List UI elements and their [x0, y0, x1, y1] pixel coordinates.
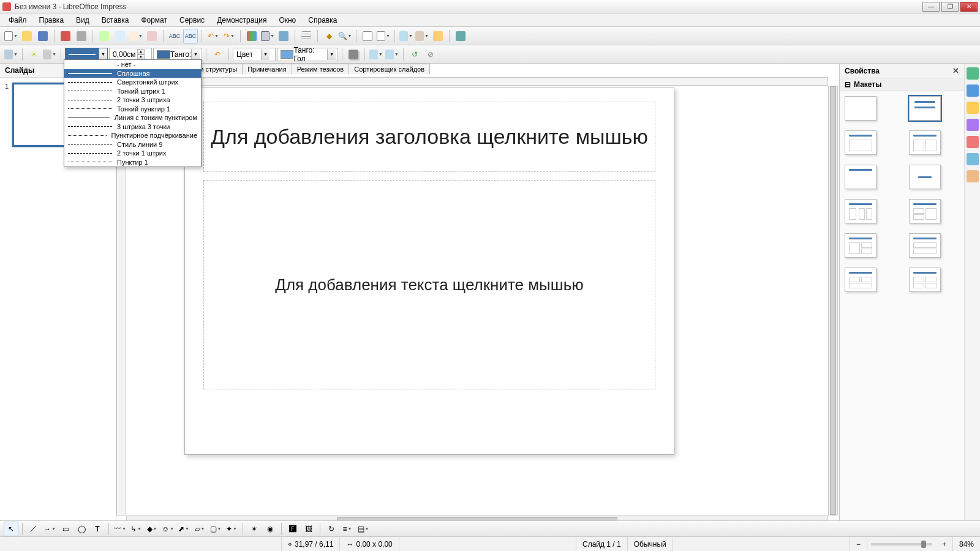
points-button[interactable]: ↺	[407, 47, 422, 62]
slide-canvas[interactable]: Для добавления заголовка щелкните мышью …	[126, 86, 828, 515]
paste-button[interactable]: ▼	[129, 29, 143, 43]
align-tool[interactable]: ≡▼	[340, 522, 355, 536]
zoom-slider[interactable]	[871, 543, 932, 545]
collapse-icon[interactable]: ⊟	[845, 80, 851, 89]
export-pdf-button[interactable]	[58, 29, 73, 43]
rectangle-tool[interactable]: ▭	[58, 522, 73, 536]
undo-button[interactable]: ↶▼	[206, 29, 221, 43]
drop-shadow-button[interactable]: ☀	[26, 47, 41, 62]
fill-color-combo[interactable]: Танго: Гол ▼	[277, 48, 338, 61]
menu-edit[interactable]: Правка	[34, 15, 69, 26]
line-style-option[interactable]: 2 точки 3 штриха	[64, 96, 201, 105]
glue-points-tool[interactable]: ◉	[263, 522, 277, 536]
line-style-option[interactable]: 2 точки 1 штрих	[64, 149, 201, 158]
line-style-option[interactable]: Тонкий штрих 1	[64, 87, 201, 96]
line-style-option[interactable]: 3 штриха 3 точки	[64, 122, 201, 132]
menu-tools[interactable]: Сервис	[175, 15, 209, 26]
block-arrows-tool[interactable]: ⬈▼	[176, 522, 191, 536]
redo-button[interactable]: ↷▼	[222, 29, 236, 43]
menu-insert[interactable]: Вставка	[97, 15, 134, 26]
spellcheck-button[interactable]: ABC	[167, 29, 182, 43]
line-style-option[interactable]: - нет -	[64, 60, 201, 69]
start-slideshow-button[interactable]	[453, 29, 468, 43]
close-icon[interactable]: ✕	[952, 66, 959, 75]
layout-option[interactable]	[845, 233, 876, 258]
points-edit-tool[interactable]: ✶	[247, 522, 262, 536]
layout-option[interactable]	[845, 268, 876, 292]
menu-file[interactable]: Файл	[4, 15, 32, 26]
chevron-down-icon[interactable]: ▼	[99, 48, 107, 61]
hyperlink-button[interactable]	[276, 29, 291, 43]
content-placeholder[interactable]: Для добавления текста щелкните мышью	[203, 180, 655, 389]
rotate-tool[interactable]: ↻	[324, 522, 339, 536]
layouts-section-header[interactable]: ⊟ Макеты	[840, 78, 964, 91]
line-style-option[interactable]: Линия с тонким пунктиром	[64, 113, 201, 122]
menu-format[interactable]: Формат	[136, 15, 172, 26]
fill-undo-icon[interactable]: ↶	[210, 47, 225, 62]
close-button[interactable]: ✕	[960, 2, 978, 12]
line-style-option[interactable]: Сплошная	[64, 69, 201, 78]
new-button[interactable]: ▼	[4, 29, 18, 43]
format-paintbrush-button[interactable]	[145, 29, 159, 43]
crop-button[interactable]: ▼	[42, 47, 57, 62]
open-button[interactable]	[20, 29, 34, 43]
view-tab[interactable]: Сортировщик слайдов	[349, 64, 430, 74]
line-style-option[interactable]: Сверхтонкий штрих	[64, 78, 201, 87]
vertical-scrollbar[interactable]	[828, 86, 838, 515]
view-tab[interactable]: Примечания	[242, 64, 292, 74]
table-button[interactable]: ▼	[260, 29, 275, 43]
menu-window[interactable]: Окно	[274, 15, 301, 26]
flowchart-tool[interactable]: ▱▼	[192, 522, 207, 536]
layout-option[interactable]	[845, 96, 876, 121]
text-tool[interactable]: T	[90, 522, 105, 536]
basic-shapes-tool[interactable]: ◆▼	[145, 522, 159, 536]
view-tab[interactable]: Режим тезисов	[292, 64, 350, 74]
menu-help[interactable]: Справка	[303, 15, 342, 26]
line-style-option[interactable]: Тонкий пунктир 1	[64, 105, 201, 114]
line-style-option[interactable]: Пунктирное подчёркивание	[64, 131, 201, 140]
stars-tool[interactable]: ✦▼	[224, 522, 239, 536]
align-left-button[interactable]: ▼	[369, 47, 383, 62]
slide-transition-icon[interactable]	[967, 119, 979, 131]
autospell-button[interactable]: ABC	[183, 29, 198, 43]
slide[interactable]: Для добавления заголовка щелкните мышью …	[184, 88, 674, 455]
restore-button[interactable]: ❐	[941, 2, 959, 12]
arrange-tool[interactable]: ▤▼	[356, 522, 371, 536]
print-button[interactable]	[74, 29, 89, 43]
menu-view[interactable]: Вид	[71, 15, 94, 26]
curve-tool[interactable]: 〰▼	[113, 522, 127, 536]
layout-option[interactable]	[845, 165, 876, 189]
grid-button[interactable]	[299, 29, 314, 43]
shadow-button[interactable]	[346, 47, 361, 62]
layout-option[interactable]	[845, 199, 876, 223]
custom-animation-icon[interactable]	[967, 102, 979, 114]
arrow-tool[interactable]: →▼	[42, 522, 57, 536]
slide-properties-button[interactable]: ▼	[415, 29, 429, 43]
cut-button[interactable]	[97, 29, 111, 43]
copy-button[interactable]	[113, 29, 127, 43]
layout-option[interactable]	[909, 165, 941, 189]
styles-icon[interactable]	[967, 136, 979, 148]
align-right-button[interactable]: ▼	[385, 47, 399, 62]
line-style-dropdown[interactable]: - нет - Сплошная Сверхтонкий штрих Тонки…	[64, 59, 202, 167]
extrusion-button[interactable]: ⊘	[423, 47, 438, 62]
slide-layout-button[interactable]: ▼	[376, 29, 391, 43]
line-tool[interactable]: ／	[26, 522, 41, 536]
layout-option[interactable]	[909, 268, 941, 292]
layout-option[interactable]	[909, 130, 941, 155]
ellipse-tool[interactable]: ◯	[74, 522, 89, 536]
gallery-icon[interactable]	[967, 153, 979, 165]
zoom-value[interactable]: 84%	[953, 537, 980, 551]
layout-option[interactable]	[909, 233, 941, 258]
properties-icon[interactable]	[967, 67, 979, 80]
layout-option[interactable]	[845, 130, 876, 155]
minimize-button[interactable]: —	[922, 2, 940, 12]
chart-button[interactable]	[244, 29, 259, 43]
insert-image-tool[interactable]: 🖼	[301, 522, 316, 536]
menu-slideshow[interactable]: Демонстрация	[212, 15, 271, 26]
line-style-option[interactable]: Пунктир 1	[64, 158, 201, 167]
layout-option[interactable]	[909, 96, 941, 121]
title-placeholder[interactable]: Для добавления заголовка щелкните мышью	[203, 102, 655, 172]
arrange-button[interactable]: ▼	[4, 47, 18, 62]
fill-type-combo[interactable]: Цвет ▼	[233, 48, 276, 61]
